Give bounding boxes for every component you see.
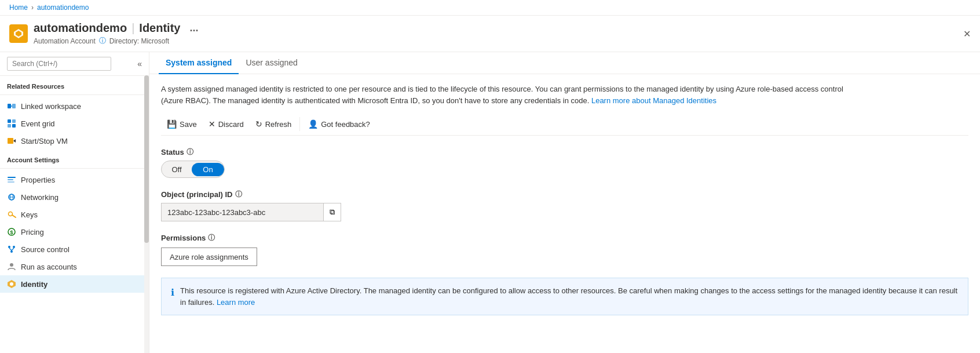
svg-rect-6	[12, 119, 16, 123]
sidebar-item-event-grid[interactable]: Event grid	[0, 115, 149, 132]
properties-icon	[7, 175, 16, 184]
resource-name: automationdemo	[34, 21, 127, 35]
section-divider-2	[0, 168, 149, 169]
section-divider	[0, 94, 149, 95]
content-body: A system assigned managed identity is re…	[149, 74, 980, 353]
directory-label: Directory: Microsoft	[109, 37, 169, 45]
permissions-info-icon: ⓘ	[208, 233, 215, 243]
toggle-on-option[interactable]: On	[192, 163, 224, 176]
info-banner: ℹ This resource is registered with Azure…	[161, 278, 968, 315]
source-control-icon	[7, 245, 16, 254]
scroll-thumb	[144, 75, 149, 243]
sidebar-item-label-event-grid: Event grid	[21, 119, 55, 128]
sidebar-item-keys[interactable]: Keys	[0, 206, 149, 223]
close-button[interactable]: ✕	[963, 28, 971, 39]
sidebar-item-label-start-stop-vm: Start/Stop VM	[21, 137, 68, 145]
azure-role-assignments-button[interactable]: Azure role assignments	[161, 248, 257, 266]
status-toggle[interactable]: Off On	[161, 161, 225, 178]
svg-point-22	[13, 246, 15, 248]
save-button[interactable]: 💾 Save	[161, 117, 203, 132]
search-input[interactable]	[7, 57, 111, 71]
svg-rect-8	[12, 124, 16, 128]
header-title-group: automationdemo | Identity ... Automation…	[34, 21, 971, 46]
svg-text:$: $	[10, 230, 13, 235]
page-header: automationdemo | Identity ... Automation…	[0, 16, 980, 52]
description-text: A system assigned managed identity is re…	[161, 83, 856, 106]
info-banner-text: This resource is registered with Azure A…	[180, 285, 959, 308]
svg-rect-7	[8, 124, 11, 128]
header-title: automationdemo | Identity ...	[34, 21, 971, 35]
status-info-icon: ⓘ	[187, 147, 193, 157]
tabs-container: System assigned User assigned	[149, 52, 980, 74]
status-field-label: Status ⓘ	[161, 147, 968, 157]
section-account-settings: Account Settings	[0, 150, 149, 166]
svg-line-24	[9, 248, 12, 250]
sidebar-item-start-stop-vm[interactable]: Start/Stop VM	[0, 132, 149, 150]
sidebar-item-label-properties: Properties	[21, 176, 55, 184]
refresh-icon: ↻	[255, 119, 262, 129]
tab-user-assigned[interactable]: User assigned	[239, 52, 305, 74]
svg-point-23	[10, 250, 13, 253]
pricing-icon: $	[7, 227, 16, 236]
sidebar-item-networking[interactable]: Networking	[0, 188, 149, 206]
copy-object-id-button[interactable]: ⧉	[323, 203, 341, 221]
svg-rect-9	[8, 138, 13, 144]
run-as-accounts-icon	[7, 262, 16, 271]
sidebar-item-linked-workspace[interactable]: Linked workspace	[0, 97, 149, 115]
svg-rect-11	[8, 177, 16, 178]
svg-rect-13	[8, 181, 14, 183]
keys-icon	[7, 210, 16, 219]
event-grid-icon	[7, 119, 16, 128]
scroll-track	[144, 75, 149, 353]
toolbar: 💾 Save ✕ Discard ↻ Refresh 👤 Got feedbac…	[161, 113, 968, 136]
start-stop-vm-icon	[7, 136, 16, 145]
svg-marker-10	[13, 139, 16, 143]
learn-more-link[interactable]: Learn more about Managed Identities	[591, 96, 716, 105]
sidebar-item-properties[interactable]: Properties	[0, 171, 149, 188]
sidebar-item-run-as-accounts[interactable]: Run as accounts	[0, 258, 149, 275]
svg-point-28	[10, 282, 13, 286]
svg-line-18	[12, 215, 16, 217]
section-related-resources: Related Resources	[0, 76, 149, 92]
svg-point-21	[8, 246, 10, 248]
resource-icon	[9, 24, 28, 43]
svg-line-25	[12, 248, 14, 250]
sidebar-item-label-source-control: Source control	[21, 245, 70, 254]
info-banner-learn-more[interactable]: Learn more	[217, 298, 255, 307]
svg-point-26	[10, 263, 13, 267]
object-id-container: ⧉	[161, 203, 968, 221]
refresh-button[interactable]: ↻ Refresh	[250, 117, 298, 132]
sidebar-item-pricing[interactable]: $ Pricing	[0, 223, 149, 241]
save-icon: 💾	[167, 119, 177, 129]
sidebar-item-source-control[interactable]: Source control	[0, 241, 149, 258]
form-area: Status ⓘ Off On Object (principal) ID ⓘ …	[161, 147, 968, 266]
breadcrumb-home[interactable]: Home	[9, 3, 28, 12]
sidebar-item-label-keys: Keys	[21, 210, 38, 219]
sidebar-item-identity[interactable]: Identity	[0, 275, 149, 293]
discard-button[interactable]: ✕ Discard	[203, 117, 250, 132]
discard-icon: ✕	[209, 119, 215, 129]
header-subtitle: Automation Account ⓘ Directory: Microsof…	[34, 36, 971, 46]
svg-rect-5	[8, 119, 11, 123]
breadcrumb-resource[interactable]: automationdemo	[37, 3, 89, 12]
info-banner-icon: ℹ	[171, 286, 174, 300]
feedback-button[interactable]: 👤 Got feedback?	[302, 117, 376, 132]
object-id-field-label: Object (principal) ID ⓘ	[161, 190, 968, 199]
content-area: System assigned User assigned A system a…	[149, 52, 980, 353]
sidebar-collapse-button[interactable]: «	[137, 59, 142, 68]
object-id-input[interactable]	[161, 203, 323, 221]
toggle-off-option[interactable]: Off	[162, 163, 192, 176]
title-separator: |	[131, 21, 134, 35]
permissions-field-label: Permissions ⓘ	[161, 233, 968, 243]
tab-system-assigned[interactable]: System assigned	[159, 52, 239, 74]
identity-icon	[7, 279, 16, 289]
sidebar-item-label-networking: Networking	[21, 193, 58, 202]
svg-rect-2	[8, 104, 11, 108]
svg-rect-12	[8, 179, 13, 180]
more-options-icon[interactable]: ...	[189, 22, 198, 34]
sidebar-item-label-linked-workspace: Linked workspace	[21, 102, 81, 111]
feedback-icon: 👤	[308, 119, 318, 129]
breadcrumb-separator: ›	[31, 3, 34, 12]
sidebar-item-label-pricing: Pricing	[21, 228, 44, 236]
page-title: Identity	[139, 21, 180, 35]
